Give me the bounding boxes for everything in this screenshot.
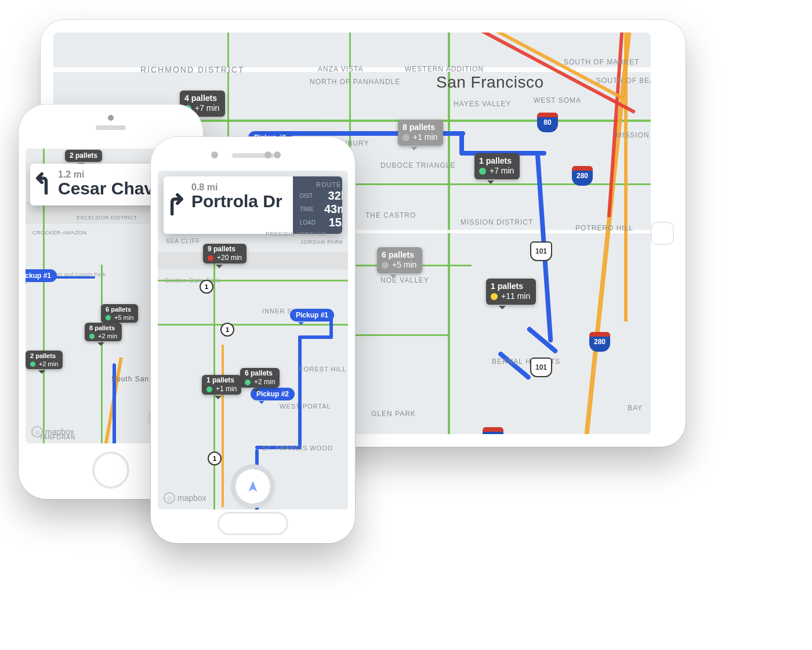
district-label: GLEN PARK [371,410,416,418]
pallet-tooltip[interactable]: 6 pallets +5 min [377,247,422,273]
status-dot-icon [89,334,95,339]
pallet-tooltip[interactable]: 6 pallets +2 min [240,368,280,388]
pallet-tooltip[interactable]: 8 pallets +1 min [398,120,443,146]
district-label: NORTH OF PANHANDLE [310,78,400,86]
pickup-marker[interactable]: Pickup #1 [26,269,57,282]
mapbox-logo-icon: ◎ [31,426,43,438]
interstate-shield-icon: 280 [572,166,593,186]
district-label: MISSION [616,131,650,139]
district-label: SEA CLIFF [166,238,200,244]
status-dot-icon [382,262,389,269]
district-label: MISSION DISTRICT [461,218,533,226]
iphone-home-button[interactable] [92,452,129,489]
android-device: 0.8 mi Portrola Dr ROUTE DIST32km TIME43… [151,137,355,543]
pallet-tooltip[interactable]: 2 pallets [65,150,102,162]
interstate-shield-icon: 280 [589,332,610,352]
interstate-shield-icon: 80 [537,113,558,132]
pallet-tooltip[interactable]: 6 pallets +5 min [101,304,138,323]
turn-right-arrow-icon [164,193,189,218]
mapbox-logo-icon: ◎ [164,492,175,504]
pallet-tooltip[interactable]: 1 pallets +7 min [474,153,520,179]
us-highway-shield-icon: 101 [530,358,552,377]
district-label: WEST PORTAL [280,403,331,410]
pallet-tooltip[interactable]: 1 pallets +11 min [486,279,536,305]
turn-left-arrow-icon [30,172,56,197]
district-label: WEST SOMA [534,96,581,104]
district-label: BAY [628,404,643,412]
district-label: DUBOCE TRIANGLE [380,161,455,169]
route-summary-panel: ROUTE DIST32km TIME43min LOAD15/26 [293,176,342,234]
pickup-marker[interactable]: Pickup #1 [290,309,334,322]
status-dot-icon [245,380,251,385]
status-dot-icon [30,362,35,367]
us-highway-shield-icon: 101 [530,241,552,261]
status-dot-icon [208,255,213,261]
pallet-tooltip[interactable]: 1 pallets +1 min [202,375,241,395]
district-label: CROCKER-AMAZON [32,230,87,236]
sensor-icon [274,151,281,158]
direction-street: Portrola Dr [191,192,282,211]
map-attribution: ◎mapbox [31,426,74,438]
tablet-home-button[interactable] [651,222,674,245]
route-number-badge: 1 [220,323,234,337]
status-dot-icon [479,168,486,175]
district-label: THE CASTRO [365,211,416,219]
stage: San Francisco RICHMOND DISTRICT ANZA VIS… [0,0,812,650]
android-map[interactable]: 0.8 mi Portrola Dr ROUTE DIST32km TIME43… [158,171,348,510]
pallet-tooltip[interactable]: 9 pallets +20 min [203,244,246,263]
pallet-tooltip[interactable]: 2 pallets +2 min [26,351,63,369]
status-dot-icon [106,315,111,320]
speaker-icon [96,125,126,130]
pallet-tooltip[interactable]: 8 pallets +2 min [85,323,122,341]
district-label: FOREST HILL [299,366,347,373]
district-label: JORDAN PARK [300,239,343,245]
android-home-button[interactable] [217,512,288,535]
city-label: San Francisco [436,73,543,92]
map-attribution: ◎mapbox [164,492,206,504]
direction-card[interactable]: 0.8 mi Portrola Dr ROUTE DIST32km TIME43… [164,176,342,234]
status-dot-icon [403,134,409,141]
district-label: NOE VALLEY [380,276,429,284]
camera-icon [108,115,114,121]
route-number-badge: 1 [208,452,222,465]
interstate-shield-icon: 280 [483,427,503,434]
nav-arrow-icon [246,480,259,493]
recenter-button[interactable] [235,469,270,504]
status-dot-icon [206,387,212,392]
route-number-badge: 1 [200,280,213,294]
status-dot-icon [491,293,498,300]
camera-icon [211,151,218,158]
sensor-icon [264,151,271,158]
district-label: HAYES VALLEY [454,100,512,108]
